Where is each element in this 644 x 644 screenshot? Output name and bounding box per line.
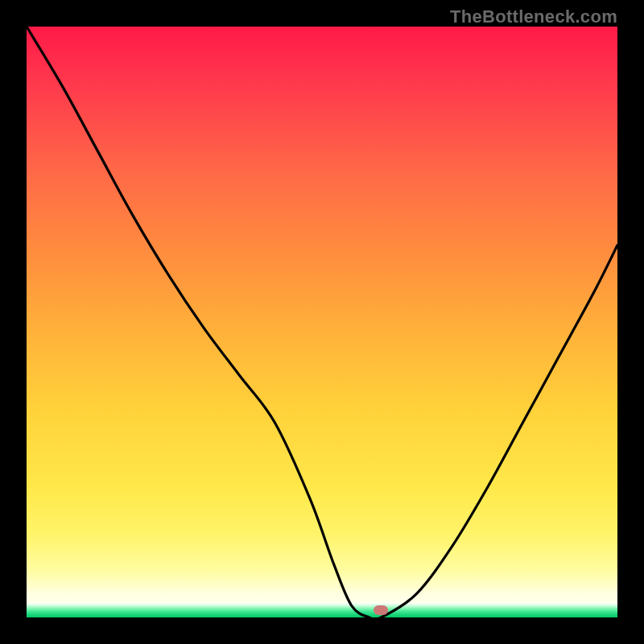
- chart-canvas: TheBottleneck.com: [0, 0, 644, 644]
- watermark-text: TheBottleneck.com: [450, 6, 617, 27]
- plot-background-gradient: [27, 27, 617, 617]
- green-bottom-band: [27, 603, 617, 617]
- minimum-marker: [374, 605, 388, 615]
